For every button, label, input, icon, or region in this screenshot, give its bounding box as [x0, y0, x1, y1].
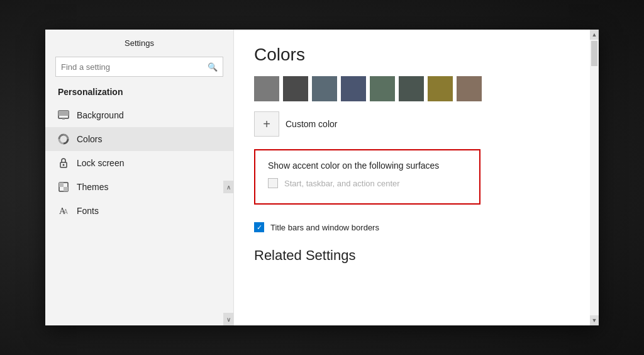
scroll-up-button[interactable]: ∧ — [223, 181, 233, 193]
settings-title: Settings — [45, 30, 233, 54]
checkmark-icon: ✓ — [257, 223, 262, 232]
colors-icon — [58, 133, 69, 145]
scrollbar: ▲ ▼ — [590, 30, 599, 325]
sidebar-item-colors[interactable]: Colors — [45, 127, 233, 151]
lock-icon — [58, 157, 69, 169]
color-swatch-1[interactable] — [254, 76, 279, 101]
scroll-down-button[interactable]: ∨ — [223, 313, 233, 325]
search-input[interactable] — [61, 62, 208, 72]
sidebar-item-lock-screen-label: Lock screen — [77, 158, 124, 168]
title-bars-checkbox[interactable]: ✓ — [254, 222, 264, 232]
svg-rect-1 — [58, 111, 69, 116]
background-icon — [58, 110, 69, 121]
fonts-icon: A A — [58, 205, 69, 217]
main-content: Colors + Custom color Show accent color … — [234, 30, 599, 325]
svg-rect-9 — [64, 187, 68, 191]
title-bars-label: Title bars and window borders — [270, 223, 379, 232]
search-box[interactable]: 🔍 — [55, 57, 223, 77]
color-swatch-6[interactable] — [399, 76, 424, 101]
color-swatch-4[interactable] — [341, 76, 366, 101]
sidebar-item-themes[interactable]: Themes — [45, 175, 233, 199]
color-swatch-7[interactable] — [428, 76, 453, 101]
sidebar: Settings 🔍 Personalization Background — [45, 30, 234, 325]
color-swatch-8[interactable] — [457, 76, 482, 101]
page-title: Colors — [254, 45, 579, 65]
sidebar-item-fonts-label: Fonts — [77, 206, 99, 216]
color-swatch-5[interactable] — [370, 76, 395, 101]
related-settings-title: Related Settings — [254, 247, 579, 264]
personalization-label: Personalization — [45, 83, 233, 103]
sidebar-item-fonts[interactable]: A A Fonts — [45, 199, 233, 223]
svg-point-6 — [63, 164, 65, 166]
svg-text:A: A — [64, 208, 68, 215]
start-taskbar-label: Start, taskbar, and action center — [284, 179, 400, 188]
custom-color-label: Custom color — [286, 119, 337, 129]
svg-rect-3 — [62, 118, 65, 120]
scrollbar-track[interactable] — [590, 40, 599, 315]
scrollbar-thumb[interactable] — [591, 41, 597, 66]
chevron-up-icon: ∧ — [226, 184, 231, 191]
color-swatch-3[interactable] — [312, 76, 337, 101]
sidebar-item-lock-screen[interactable]: Lock screen — [45, 151, 233, 175]
start-taskbar-checkbox[interactable] — [268, 178, 278, 188]
accent-surfaces-box: Show accent color on the following surfa… — [254, 149, 480, 205]
plus-icon: + — [263, 117, 270, 132]
sidebar-item-themes-label: Themes — [77, 182, 109, 192]
scrollbar-up-arrow[interactable]: ▲ — [590, 30, 599, 40]
accent-surfaces-title: Show accent color on the following surfa… — [268, 161, 467, 171]
themes-icon — [58, 181, 69, 193]
settings-window: Settings 🔍 Personalization Background — [45, 30, 599, 325]
title-bars-row: ✓ Title bars and window borders — [254, 222, 579, 232]
color-swatch-2[interactable] — [283, 76, 308, 101]
custom-color-button[interactable]: + — [254, 111, 279, 137]
search-icon: 🔍 — [208, 62, 218, 72]
sidebar-item-background[interactable]: Background — [45, 103, 233, 127]
custom-color-row: + Custom color — [254, 111, 579, 137]
svg-rect-8 — [59, 183, 64, 187]
nav-items: Background Colors — [45, 103, 233, 325]
color-swatches — [254, 76, 579, 101]
scrollbar-down-arrow[interactable]: ▼ — [590, 315, 599, 325]
sidebar-item-background-label: Background — [77, 110, 124, 120]
start-taskbar-row: Start, taskbar, and action center — [268, 178, 467, 188]
chevron-down-icon: ∨ — [226, 316, 231, 323]
sidebar-item-colors-label: Colors — [77, 134, 102, 144]
